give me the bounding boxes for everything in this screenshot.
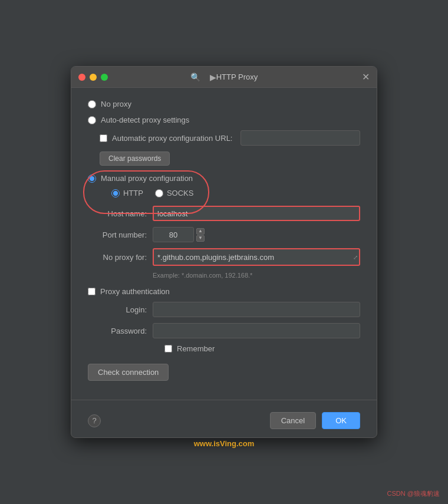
play-icon[interactable]: ▶: [210, 73, 216, 82]
socks-radio[interactable]: [155, 189, 163, 197]
maximize-dot[interactable]: [101, 74, 108, 81]
auto-proxy-url-label: Automatic proxy configuration URL:: [112, 134, 232, 143]
http-label: HTTP: [123, 189, 143, 197]
http-proxy-dialog: 🔍 ▶ HTTP Proxy ✕ No proxy Auto-detect pr…: [71, 66, 377, 438]
dialog-footer: ? Cancel OK: [71, 406, 377, 437]
no-proxy-for-label: No proxy for:: [88, 253, 153, 262]
no-proxy-for-input[interactable]: [153, 248, 360, 266]
manual-proxy-highlight: Manual proxy configuration HTTP SOCKS: [88, 174, 360, 197]
no-proxy-radio[interactable]: [88, 100, 96, 108]
no-proxy-for-row: No proxy for: ⤢: [88, 248, 360, 266]
auto-detect-row: Auto-detect proxy settings: [88, 116, 360, 124]
auto-detect-label: Auto-detect proxy settings: [101, 116, 189, 124]
login-input[interactable]: [153, 302, 360, 317]
help-button[interactable]: ?: [88, 414, 101, 427]
footer-divider: [71, 400, 377, 400]
ok-button[interactable]: OK: [322, 412, 360, 429]
login-row: Login:: [88, 302, 360, 317]
manual-proxy-radio[interactable]: [88, 174, 96, 183]
remember-checkbox[interactable]: [164, 345, 172, 353]
password-row: Password:: [88, 323, 360, 338]
host-name-label: Host name:: [88, 209, 153, 218]
toolbar-icons: 🔍 ▶: [190, 73, 216, 82]
http-radio[interactable]: [111, 189, 120, 197]
port-input[interactable]: [153, 227, 194, 242]
title-bar: 🔍 ▶ HTTP Proxy ✕: [71, 67, 377, 88]
footer-buttons: Cancel OK: [270, 412, 360, 429]
host-name-row: Host name:: [88, 206, 360, 221]
manual-proxy-row: Manual proxy configuration: [88, 174, 360, 183]
auto-proxy-url-input[interactable]: [241, 130, 360, 146]
port-down-button[interactable]: ▼: [196, 235, 205, 242]
check-connection-button[interactable]: Check connection: [88, 364, 169, 381]
remember-row: Remember: [88, 344, 360, 353]
password-label: Password:: [88, 327, 153, 335]
host-name-input[interactable]: [153, 206, 360, 221]
no-proxy-for-wrapper: ⤢: [153, 248, 360, 266]
auto-proxy-url-row: Automatic proxy configuration URL:: [88, 130, 360, 146]
cancel-button[interactable]: Cancel: [270, 412, 316, 429]
proxy-auth-checkbox[interactable]: [88, 288, 95, 295]
no-proxy-label: No proxy: [101, 100, 131, 108]
http-option: HTTP: [111, 189, 143, 197]
auto-detect-radio[interactable]: [88, 116, 96, 124]
no-proxy-expand-icon[interactable]: ⤢: [353, 254, 358, 261]
clear-passwords-button[interactable]: Clear passwords: [100, 151, 170, 166]
example-text: Example: *.domain.com, 192.168.*: [88, 272, 360, 279]
manual-proxy-label: Manual proxy configuration: [101, 174, 193, 183]
socks-option: SOCKS: [155, 189, 194, 197]
port-up-button[interactable]: ▲: [196, 228, 205, 235]
close-button[interactable]: ✕: [362, 73, 370, 82]
www-text: www.isVing.com: [194, 439, 255, 448]
close-dot[interactable]: [78, 74, 85, 81]
dialog-content: No proxy Auto-detect proxy settings Auto…: [71, 88, 377, 400]
socks-label: SOCKS: [167, 189, 194, 197]
clear-passwords-row: Clear passwords: [88, 151, 360, 166]
port-label: Port number:: [88, 230, 153, 239]
auto-proxy-url-checkbox[interactable]: [100, 134, 107, 142]
no-proxy-row: No proxy: [88, 100, 360, 108]
window-controls: [78, 74, 108, 81]
password-input[interactable]: [153, 323, 360, 338]
port-row: Port number: ▲ ▼: [88, 227, 360, 242]
proxy-auth-label: Proxy authentication: [100, 287, 170, 296]
dialog-title: HTTP Proxy: [216, 73, 258, 81]
port-spinner: ▲ ▼: [196, 228, 205, 242]
remember-label: Remember: [177, 344, 215, 353]
proxy-auth-row: Proxy authentication: [88, 287, 360, 296]
search-icon[interactable]: 🔍: [190, 73, 200, 82]
protocol-row: HTTP SOCKS: [88, 189, 360, 197]
port-wrapper: ▲ ▼: [153, 227, 205, 242]
login-label: Login:: [88, 305, 153, 314]
watermark: CSDN @狼魂豹速: [387, 489, 440, 498]
check-connection-row: Check connection: [88, 364, 360, 381]
minimize-dot[interactable]: [90, 74, 97, 81]
